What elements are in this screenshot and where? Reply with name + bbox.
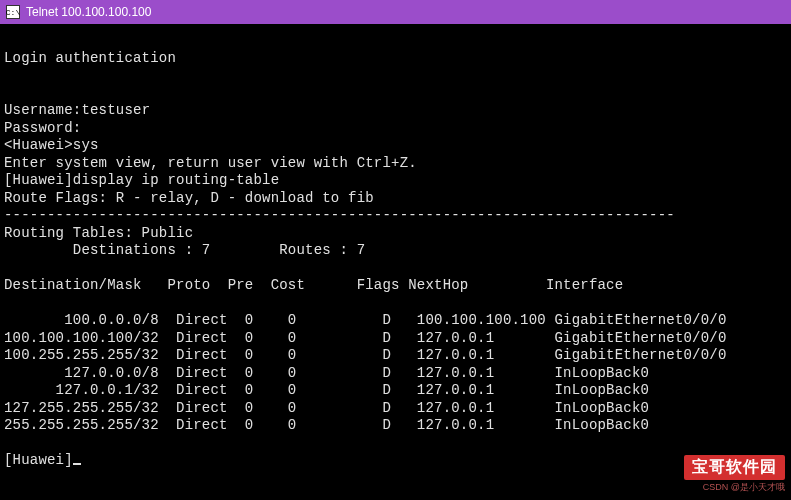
prompt-sys: <Huawei>sys [4, 137, 787, 155]
blank-line [4, 295, 787, 313]
cmd-line: [Huawei]display ip routing-table [4, 172, 787, 190]
auth-header: Login authentication [4, 50, 787, 68]
route-row: 127.255.255.255/32 Direct 0 0 D 127.0.0.… [4, 400, 787, 418]
final-prompt-line: [Huawei] [4, 452, 787, 470]
route-row: 100.0.0.0/8 Direct 0 0 D 100.100.100.100… [4, 312, 787, 330]
watermark: 宝哥软件园 CSDN @是小天才哦 [684, 455, 785, 494]
blank-line [4, 32, 787, 50]
password-line: Password: [4, 120, 787, 138]
route-row: 100.255.255.255/32 Direct 0 0 D 127.0.0.… [4, 347, 787, 365]
terminal-icon: C:\ [6, 5, 20, 19]
route-row: 127.0.0.0/8 Direct 0 0 D 127.0.0.1 InLoo… [4, 365, 787, 383]
blank-line [4, 435, 787, 453]
username-line: Username:testuser [4, 102, 787, 120]
watermark-badge: 宝哥软件园 [684, 455, 785, 480]
terminal-output[interactable]: Login authentication Username:testuserPa… [0, 24, 791, 500]
blank-line [4, 85, 787, 103]
routes-count: 7 [357, 242, 366, 258]
final-prompt: [Huawei] [4, 452, 73, 468]
dest-count: 7 [202, 242, 211, 258]
window-titlebar[interactable]: C:\ Telnet 100.100.100.100 [0, 0, 791, 24]
dest-count-label: Destinations : [73, 242, 193, 258]
window-title: Telnet 100.100.100.100 [26, 5, 151, 19]
divider-line: ----------------------------------------… [4, 207, 787, 225]
counts-line: Destinations : 7 Routes : 7 [4, 242, 787, 260]
blank-line [4, 67, 787, 85]
username-value: testuser [81, 102, 150, 118]
flags-legend: Route Flags: R - relay, D - download to … [4, 190, 787, 208]
sysview-msg: Enter system view, return user view with… [4, 155, 787, 173]
route-row: 255.255.255.255/32 Direct 0 0 D 127.0.0.… [4, 417, 787, 435]
route-table-header: Destination/Mask Proto Pre Cost Flags Ne… [4, 277, 787, 295]
cursor-icon [73, 463, 81, 465]
watermark-subtext: CSDN @是小天才哦 [703, 481, 785, 494]
blank-line [4, 260, 787, 278]
username-label: Username: [4, 102, 81, 118]
route-row: 127.0.0.1/32 Direct 0 0 D 127.0.0.1 InLo… [4, 382, 787, 400]
route-row: 100.100.100.100/32 Direct 0 0 D 127.0.0.… [4, 330, 787, 348]
routes-count-label: Routes : [279, 242, 348, 258]
tables-header: Routing Tables: Public [4, 225, 787, 243]
